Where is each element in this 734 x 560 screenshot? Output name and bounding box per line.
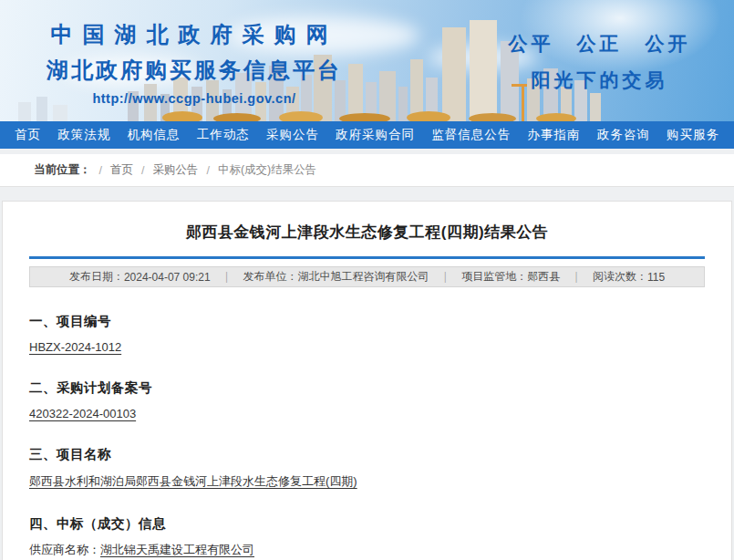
meta-separator: ｜ bbox=[571, 269, 582, 285]
breadcrumb-separator: / bbox=[206, 164, 209, 177]
project-name-value[interactable]: 郧西县水利和湖泊局郧西县金钱河上津段水生态修复工程(四期) bbox=[29, 473, 705, 490]
article-panel: 郧西县金钱河上津段水生态修复工程(四期)结果公告 发布日期： 2024-04-0… bbox=[2, 201, 732, 560]
nav-item-guide[interactable]: 办事指南 bbox=[528, 127, 581, 143]
site-title-line1: 中国湖北政府采购网 bbox=[16, 20, 372, 49]
supplier-name-row: 供应商名称：湖北锦天禹建设工程有限公司 bbox=[29, 542, 705, 557]
site-banner: 中国湖北政府采购网 湖北政府购买服务信息平台 http://www.ccgp-h… bbox=[0, 0, 734, 121]
article-title: 郧西县金钱河上津段水生态修复工程(四期)结果公告 bbox=[29, 222, 705, 243]
meta-publish-unit-value: 湖北中旭工程咨询有限公司 bbox=[297, 269, 429, 285]
section-project-name: 三、项目名称 郧西县水利和湖泊局郧西县金钱河上津段水生态修复工程(四期) bbox=[29, 446, 705, 490]
plan-record-number-value[interactable]: 420322-2024-00103 bbox=[29, 407, 705, 420]
nav-item-home[interactable]: 首页 bbox=[15, 127, 41, 143]
meta-views-value: 115 bbox=[647, 271, 665, 284]
section-project-number: 一、项目编号 HBZX-2024-1012 bbox=[29, 313, 705, 354]
meta-separator: ｜ bbox=[439, 269, 450, 285]
slogan-line2: 阳光下的交易 bbox=[479, 67, 720, 93]
nav-item-buy-services[interactable]: 购买服务 bbox=[667, 127, 719, 143]
article-meta-bar: 发布日期： 2024-04-07 09:21 ｜ 发布单位： 湖北中旭工程咨询有… bbox=[29, 266, 705, 287]
section-award-info: 四、中标（成交）信息 供应商名称：湖北锦天禹建设工程有限公司 供应商地址：武汉市… bbox=[29, 515, 705, 560]
nav-item-org-info[interactable]: 机构信息 bbox=[127, 127, 180, 143]
title-divider bbox=[29, 256, 705, 259]
section-heading: 二、采购计划备案号 bbox=[29, 379, 705, 397]
meta-separator: ｜ bbox=[222, 269, 233, 285]
main-nav: 首页 政策法规 机构信息 工作动态 采购公告 政府采购合同 监督信息公告 办事指… bbox=[0, 121, 734, 149]
section-heading: 一、项目编号 bbox=[29, 313, 705, 330]
meta-views-label: 阅读次数： bbox=[593, 269, 647, 285]
section-heading: 三、项目名称 bbox=[29, 446, 705, 463]
supplier-name-value[interactable]: 湖北锦天禹建设工程有限公司 bbox=[100, 543, 254, 556]
site-slogan: 公平 公正 公开 阳光下的交易 bbox=[479, 31, 720, 93]
site-title-line2: 湖北政府购买服务信息平台 bbox=[16, 56, 372, 85]
breadcrumb-item-procurement[interactable]: 采购公告 bbox=[152, 162, 198, 178]
meta-supervise-value: 郧西县 bbox=[527, 269, 560, 285]
meta-supervise-label: 项目监管地： bbox=[461, 269, 527, 285]
nav-item-consult[interactable]: 政务咨询 bbox=[597, 127, 650, 143]
nav-item-policies[interactable]: 政策法规 bbox=[57, 127, 110, 143]
breadcrumb-separator: / bbox=[99, 164, 102, 177]
project-number-value[interactable]: HBZX-2024-1012 bbox=[29, 340, 705, 354]
breadcrumb-item-result-notices[interactable]: 中标(成交)结果公告 bbox=[218, 162, 316, 178]
section-heading: 四、中标（成交）信息 bbox=[29, 515, 705, 533]
nav-item-work-news[interactable]: 工作动态 bbox=[197, 127, 250, 143]
supplier-name-label: 供应商名称： bbox=[29, 543, 100, 556]
site-url: http://www.ccgp-hubei.gov.cn/ bbox=[16, 91, 372, 106]
breadcrumb-item-home[interactable]: 首页 bbox=[110, 162, 133, 178]
breadcrumb-label: 当前位置： bbox=[34, 162, 91, 178]
nav-item-contracts[interactable]: 政府采购合同 bbox=[336, 127, 415, 143]
breadcrumb: 当前位置： / 首页 / 采购公告 / 中标(成交)结果公告 bbox=[0, 154, 734, 187]
nav-item-supervision[interactable]: 监督信息公告 bbox=[431, 127, 511, 143]
site-branding: 中国湖北政府采购网 湖北政府购买服务信息平台 http://www.ccgp-h… bbox=[16, 20, 372, 106]
meta-publish-date-value: 2024-04-07 09:21 bbox=[124, 271, 211, 284]
breadcrumb-separator: / bbox=[141, 164, 144, 177]
section-plan-record-number: 二、采购计划备案号 420322-2024-00103 bbox=[29, 379, 705, 420]
slogan-line1: 公平 公正 公开 bbox=[479, 31, 720, 57]
meta-publish-unit-label: 发布单位： bbox=[243, 269, 297, 285]
nav-item-procurement[interactable]: 采购公告 bbox=[266, 127, 319, 143]
meta-publish-date-label: 发布日期： bbox=[69, 269, 124, 285]
